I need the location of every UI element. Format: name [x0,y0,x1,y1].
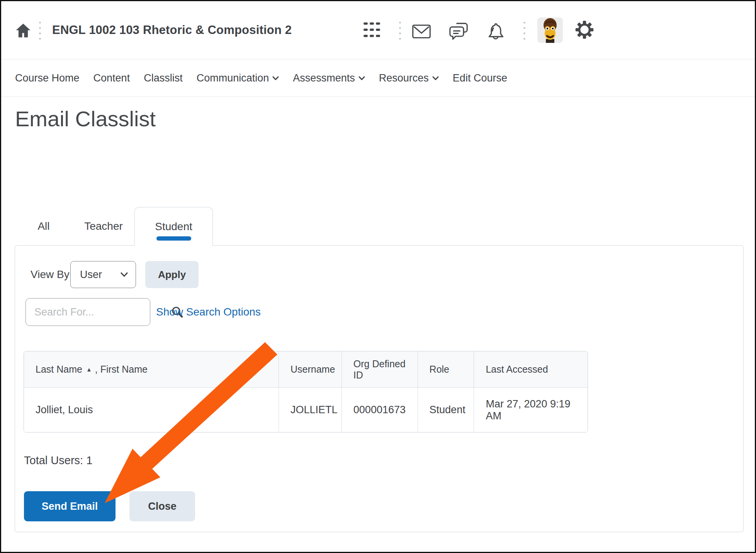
chevron-down-icon [358,76,365,80]
cell-name: Jolliet, Louis [24,388,279,432]
app-window: ENGL 1002 103 Rhetoric & Composition 2 [0,0,756,553]
header-divider-dots [39,22,41,40]
nav-assessments[interactable]: Assessments [293,72,365,84]
column-header-org-id: Org Defined ID [342,351,418,387]
tab-all[interactable]: All [15,207,73,245]
nav-content[interactable]: Content [93,72,130,84]
search-box [25,298,150,326]
chat-icon[interactable] [449,21,469,41]
tab-teacher[interactable]: Teacher [73,207,134,245]
chevron-down-icon [272,76,279,80]
column-header-last-accessed: Last Accessed [474,351,588,387]
table-header-row: Last Name ▲ , First Name Username Org De… [24,351,588,388]
table-row: Jolliet, Louis JOLLIETL 000001673 Studen… [24,388,588,432]
send-email-button[interactable]: Send Email [24,491,116,521]
nav-resources[interactable]: Resources [379,72,439,84]
course-navbar: Course Home Content Classlist Communicat… [1,59,755,97]
nav-edit-course[interactable]: Edit Course [453,72,507,84]
view-by-select[interactable]: User [70,261,136,288]
sort-column-label: Last Name [36,364,82,375]
course-title-link[interactable]: ENGL 1002 103 Rhetoric & Composition 2 [52,1,292,59]
home-icon[interactable] [15,22,31,39]
page-title: Email Classlist [15,106,156,131]
settings-gear-icon[interactable] [574,20,595,40]
tab-student-label: Student [155,221,192,233]
show-search-options-link[interactable]: Show Search Options [156,298,261,326]
user-avatar[interactable] [537,17,563,43]
cell-username: JOLLIETL [279,388,342,432]
view-by-label: View By: [31,261,72,288]
view-by-value: User [80,269,102,281]
close-button[interactable]: Close [129,491,195,521]
classlist-panel: View By: User Apply Show Search Options … [15,245,744,532]
total-users-text: Total Users: 1 [24,454,92,467]
header-divider-dots [523,22,525,40]
nav-course-home[interactable]: Course Home [15,72,80,84]
cell-role: Student [418,388,474,432]
column-header-username: Username [279,351,342,387]
notifications-bell-icon[interactable] [486,21,506,41]
nav-communication[interactable]: Communication [197,72,279,84]
sort-ascending-icon: ▲ [86,366,92,373]
cell-last-accessed: Mar 27, 2020 9:19 AM [474,388,588,432]
column-header-name[interactable]: Last Name ▲ , First Name [24,351,279,387]
cell-org-id: 000001673 [342,388,418,432]
apply-button[interactable]: Apply [145,261,199,288]
top-header: ENGL 1002 103 Rhetoric & Composition 2 [1,1,755,59]
header-divider-dots [399,22,401,40]
app-grid-icon[interactable] [364,21,380,38]
chevron-down-icon [121,272,128,277]
chevron-down-icon [432,76,439,80]
mail-icon[interactable] [411,21,432,41]
classlist-table: Last Name ▲ , First Name Username Org De… [24,351,588,433]
column-header-role: Role [418,351,474,387]
tab-student[interactable]: Student [134,207,213,246]
search-input[interactable] [26,306,171,318]
active-tab-indicator [156,236,191,241]
nav-classlist[interactable]: Classlist [144,72,183,84]
